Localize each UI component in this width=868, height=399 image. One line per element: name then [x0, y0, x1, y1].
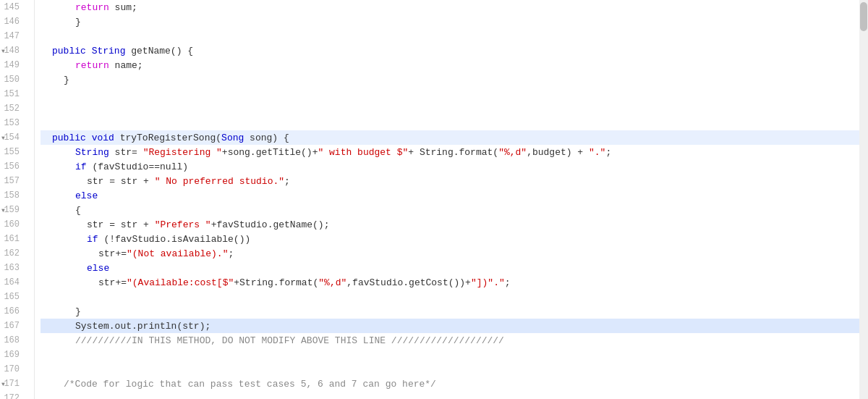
code-line: System.out.println(str);	[41, 319, 868, 333]
code-line: //////////IN THIS METHOD, DO NOT MODIFY …	[41, 333, 868, 348]
code-line: if (!favStudio.isAvailable())	[41, 232, 868, 246]
line-number: 159	[0, 203, 25, 217]
line-number: 170	[0, 362, 25, 377]
code-token: str+=	[98, 248, 127, 259]
line-number: 161	[0, 232, 25, 246]
code-token: "(Not available)."	[127, 248, 228, 259]
line-number: 145	[0, 0, 25, 14]
code-line: else	[41, 188, 868, 203]
code-token: ;	[228, 248, 234, 259]
code-line: return name;	[41, 58, 868, 72]
code-line: String str= "Registering "+song.getTitle…	[41, 145, 868, 159]
line-number: 172	[0, 391, 25, 399]
editor-container: 1451461471481491501511521531541551561571…	[0, 0, 868, 399]
code-token: "%,d"	[318, 277, 346, 288]
code-token: +song.getTitle()+	[222, 147, 318, 158]
line-number: 154	[0, 130, 25, 145]
code-token: "Prefers "	[155, 219, 211, 230]
code-line: else	[41, 261, 868, 275]
code-token: ;	[284, 176, 290, 187]
code-line: public String getName() {	[41, 43, 868, 58]
code-token: "%,d"	[498, 147, 527, 158]
code-token: str=	[109, 147, 143, 158]
line-number: 158	[0, 188, 25, 203]
code-line: {	[41, 203, 868, 217]
scrollbar-thumb[interactable]	[860, 2, 867, 31]
code-token	[86, 133, 92, 143]
code-token: ."	[493, 277, 505, 288]
line-number: 165	[0, 290, 25, 304]
line-number: 163	[0, 261, 25, 275]
code-line: if (favStudio==null)	[41, 159, 868, 174]
code-token: void	[92, 133, 114, 143]
line-number: 162	[0, 246, 25, 261]
code-token: //////////IN THIS METHOD, DO NOT MODIFY …	[75, 335, 504, 346]
code-token: str = str +	[87, 176, 155, 187]
code-line: str = str + "Prefers "+favStudio.getName…	[41, 217, 868, 232]
code-token: + String.format(	[408, 147, 498, 158]
line-number: 149	[0, 58, 25, 72]
code-token: else	[87, 263, 109, 274]
code-line	[41, 101, 868, 116]
code-token: (!favStudio.isAvailable())	[98, 234, 251, 245]
line-number: 150	[0, 72, 25, 87]
code-token: "."	[589, 147, 605, 158]
line-number: 171	[0, 377, 25, 391]
code-line	[41, 116, 868, 130]
line-number: 151	[0, 87, 25, 101]
code-line: return sum;	[41, 0, 868, 14]
code-token: Song	[221, 133, 244, 143]
code-content[interactable]: return sum;}public String getName() {ret…	[35, 0, 868, 399]
line-number: 153	[0, 116, 25, 130]
code-token: +String.format(	[234, 277, 318, 288]
code-line	[41, 362, 868, 377]
code-line: str+="(Available:cost[$"+String.format("…	[41, 275, 868, 290]
line-number: 164	[0, 275, 25, 290]
line-number: 168	[0, 333, 25, 348]
code-token: sum;	[109, 2, 137, 13]
code-token: public	[52, 133, 86, 143]
code-token: ,favStudio.getCost())+	[346, 277, 471, 288]
code-token: " No preferred studio."	[155, 176, 284, 187]
code-token	[86, 46, 92, 56]
code-token: }	[75, 306, 81, 317]
code-line: }	[41, 14, 868, 29]
code-token: if	[75, 161, 87, 172]
code-token: System.out.println(s	[75, 321, 188, 332]
code-line: }	[41, 304, 868, 319]
code-token: {	[75, 205, 81, 216]
code-token: str+=	[98, 277, 127, 288]
vertical-scrollbar[interactable]	[859, 0, 868, 399]
code-line	[41, 87, 868, 101]
code-token: ,budget) +	[527, 147, 589, 158]
code-token: "])"	[471, 277, 493, 288]
line-number: 156	[0, 159, 25, 174]
line-number: 152	[0, 101, 25, 116]
code-token: (favStudio==null)	[87, 161, 188, 172]
line-number: 166	[0, 304, 25, 319]
code-token: +favStudio.getName();	[211, 219, 330, 230]
code-token: getName() {	[125, 46, 193, 56]
code-token: return	[75, 2, 109, 13]
line-number: 160	[0, 217, 25, 232]
code-token: song) {	[244, 133, 289, 143]
code-line	[41, 290, 868, 304]
code-token: }	[75, 17, 81, 28]
code-line: str+="(Not available).";	[41, 246, 868, 261]
code-line: public void tryToRegisterSong(Song song)…	[41, 130, 868, 145]
code-token: String	[92, 46, 126, 56]
line-number: 155	[0, 145, 25, 159]
line-number: 167	[0, 319, 25, 333]
line-number: 147	[0, 29, 25, 43]
code-token: String	[75, 147, 109, 158]
code-token: "(Available:cost[$"	[127, 277, 234, 288]
code-line: /*Code for logic that can pass test case…	[41, 377, 868, 391]
line-number: 146	[0, 14, 25, 29]
code-token: return	[75, 60, 109, 71]
line-number: 169	[0, 348, 25, 362]
code-token: str = str +	[87, 219, 155, 230]
code-token: ;	[605, 147, 611, 158]
code-token: " with budget $"	[318, 147, 408, 158]
line-number: 157	[0, 174, 25, 188]
code-token: tryToRegisterSong(	[114, 133, 221, 143]
